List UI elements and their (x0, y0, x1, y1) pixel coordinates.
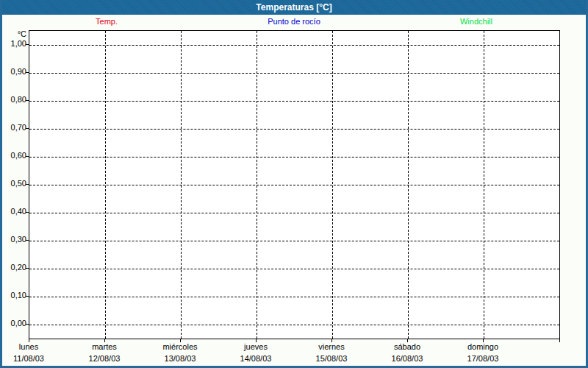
y-axis-tick-label: 0,80 (0, 95, 26, 105)
x-gridline (484, 31, 484, 339)
y-axis-tick-label: 0,40 (0, 207, 26, 216)
x-axis-date-label: 13/08/03 (142, 354, 218, 364)
y-gridline (29, 297, 559, 297)
chart-window: Temperaturas [°C] Temp.Punto de rocíoWin… (0, 0, 588, 368)
y-gridline (29, 213, 559, 213)
y-axis-tick-label: 0,50 (0, 179, 26, 188)
y-axis-tick-label: 0,60 (0, 151, 26, 160)
y-axis-tick-label: 0,90 (0, 67, 26, 77)
x-gridline (105, 31, 106, 339)
plot-area (29, 30, 560, 339)
y-gridline (29, 325, 559, 325)
x-axis-day-label: lunes (0, 342, 67, 352)
x-axis-date-label: 14/08/03 (218, 354, 294, 364)
y-gridline (29, 73, 559, 74)
y-gridline (29, 101, 559, 102)
x-gridline (408, 31, 409, 339)
y-axis-tick-label: 0,70 (0, 123, 26, 132)
y-gridline (29, 157, 559, 158)
x-axis-day-label: jueves (218, 342, 294, 352)
x-gridline (257, 31, 257, 339)
window-titlebar: Temperaturas [°C] (0, 0, 588, 15)
x-axis-date-label: 16/08/03 (369, 354, 445, 364)
legend-item-2: Punto de rocío (243, 16, 345, 27)
x-axis-day-label: martes (66, 342, 143, 352)
y-gridline (29, 129, 559, 130)
legend-item-1: Temp. (55, 16, 158, 27)
y-axis-tick-label: 1,00 (0, 39, 26, 49)
y-gridline (29, 241, 559, 241)
x-axis-day-label: viernes (293, 342, 370, 352)
y-axis-tick-label: 0,00 (0, 319, 26, 328)
x-gridline (181, 31, 182, 339)
y-axis-tick-label: 0,10 (0, 291, 26, 300)
chart-legend: Temp.Punto de rocíoWindchill (0, 16, 588, 28)
x-axis-date-label: 12/08/03 (66, 354, 143, 364)
y-gridline (29, 269, 559, 269)
x-gridline (332, 31, 333, 339)
x-axis-date-label: 15/08/03 (293, 354, 370, 364)
y-axis-tick-label: 0,30 (0, 235, 26, 244)
y-gridline (29, 185, 559, 185)
legend-item-3: Windchill (425, 16, 528, 27)
x-axis-date-label: 17/08/03 (445, 354, 521, 364)
x-axis-tick (559, 339, 560, 342)
x-axis-day-label: domingo (445, 342, 521, 352)
y-axis-tick-label: 0,20 (0, 263, 26, 272)
x-axis-date-label: 11/08/03 (0, 354, 67, 364)
y-gridline (29, 45, 559, 46)
y-axis-unit-label: °C (0, 29, 26, 38)
x-axis-day-label: miércoles (142, 342, 218, 352)
x-axis-day-label: sábado (369, 342, 445, 352)
window-title: Temperaturas [°C] (256, 2, 331, 13)
